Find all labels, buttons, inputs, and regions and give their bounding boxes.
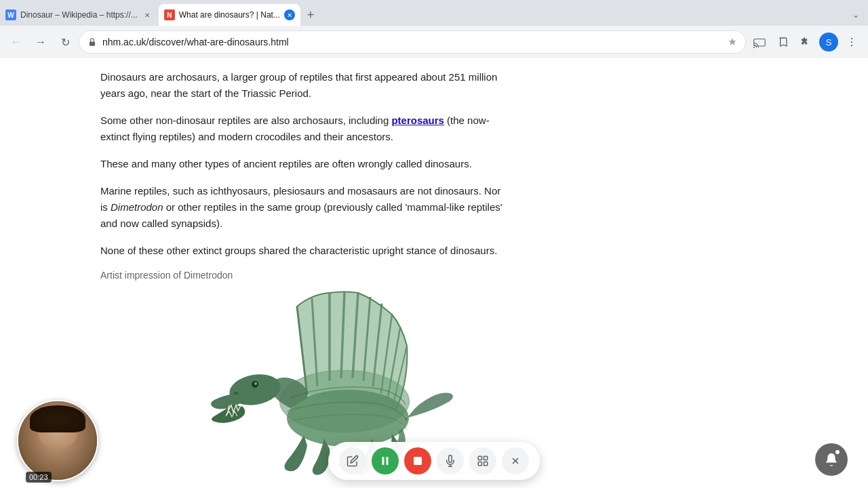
bookmark-icon[interactable]: [772, 31, 793, 53]
svg-point-4: [851, 41, 852, 43]
svg-rect-1: [754, 39, 766, 47]
edit-button[interactable]: [339, 447, 366, 474]
cast-icon[interactable]: [749, 31, 770, 53]
mute-button[interactable]: [437, 447, 464, 474]
tab-overflow-button[interactable]: ⌄: [846, 5, 865, 24]
star-icon: [728, 37, 737, 47]
svg-rect-27: [478, 456, 481, 460]
extensions-icon[interactable]: [795, 31, 816, 53]
svg-rect-30: [484, 462, 488, 466]
svg-rect-0: [90, 41, 95, 45]
svg-rect-22: [382, 457, 384, 465]
browser-chrome: W Dinosaur – Wikipedia – https://... ✕ N…: [0, 0, 868, 58]
image-caption: Artist impression of Dimetrodon: [100, 270, 510, 281]
lock-icon: [87, 37, 97, 47]
refresh-button[interactable]: ↻: [54, 31, 76, 53]
svg-rect-29: [478, 462, 481, 466]
recording-timer: 00:23: [26, 472, 52, 483]
dimetrodon-italic: Dimetrodon: [111, 201, 163, 213]
new-tab-button[interactable]: +: [301, 5, 320, 24]
para2-before: Some other non-dinosaur reptiles are als…: [100, 115, 391, 126]
page-content: Dinosaurs are archosaurs, a larger group…: [0, 58, 868, 488]
svg-point-2: [753, 47, 755, 48]
tab-wikipedia[interactable]: W Dinosaur – Wikipedia – https://... ✕: [0, 4, 158, 26]
svg-rect-24: [414, 457, 422, 465]
paragraph-upright-stance: None of these other extinct groups share…: [100, 243, 510, 259]
tab-title-wikipedia: Dinosaur – Wikipedia – https://...: [20, 10, 138, 20]
close-recording-button[interactable]: [502, 447, 529, 474]
recording-toolbar: [328, 442, 540, 480]
notification-badge: [834, 449, 841, 455]
grid-button[interactable]: [469, 447, 496, 474]
pause-button[interactable]: [372, 447, 399, 474]
svg-point-5: [851, 45, 852, 46]
svg-point-3: [851, 38, 852, 39]
svg-rect-28: [484, 456, 488, 460]
notification-button[interactable]: [815, 443, 848, 476]
paragraph-pterosaurs: Some other non-dinosaur reptiles are als…: [100, 113, 510, 145]
paragraph-marine-reptiles: Marine reptiles, such as ichthyosaurs, p…: [100, 183, 510, 232]
svg-point-21: [234, 392, 238, 394]
tab-title-nhm: What are dinosaurs? | Nat...: [179, 10, 280, 20]
stop-button[interactable]: [404, 447, 431, 474]
tab-close-nhm[interactable]: ✕: [284, 9, 295, 20]
url-display: nhm.ac.uk/discover/what-are-dinosaurs.ht…: [102, 37, 722, 47]
tab-bar: W Dinosaur – Wikipedia – https://... ✕ N…: [0, 0, 868, 26]
webcam-overlay: [17, 400, 98, 481]
paragraph-wrongly-called: These and many other types of ancient re…: [100, 156, 510, 172]
toolbar-actions: S: [749, 31, 863, 53]
svg-point-20: [254, 382, 257, 385]
profile-button[interactable]: S: [818, 31, 840, 53]
pterosaurs-link[interactable]: pterosaurs: [391, 115, 444, 126]
back-button[interactable]: ←: [5, 31, 27, 53]
profile-avatar: S: [819, 33, 838, 52]
menu-button[interactable]: [841, 31, 863, 53]
webcam-person-image: [18, 401, 97, 480]
tab-favicon-nhm: N: [164, 9, 175, 20]
tab-close-wikipedia[interactable]: ✕: [142, 9, 153, 20]
tab-favicon-wikipedia: W: [5, 9, 16, 20]
tab-nhm[interactable]: N What are dinosaurs? | Nat... ✕: [159, 4, 300, 26]
svg-rect-23: [387, 457, 389, 465]
forward-button[interactable]: →: [30, 31, 52, 53]
paragraph-archosaurs: Dinosaurs are archosaurs, a larger group…: [100, 69, 510, 102]
toolbar: ← → ↻ nhm.ac.uk/discover/what-are-dinosa…: [0, 26, 868, 58]
address-bar[interactable]: nhm.ac.uk/discover/what-are-dinosaurs.ht…: [79, 30, 746, 54]
